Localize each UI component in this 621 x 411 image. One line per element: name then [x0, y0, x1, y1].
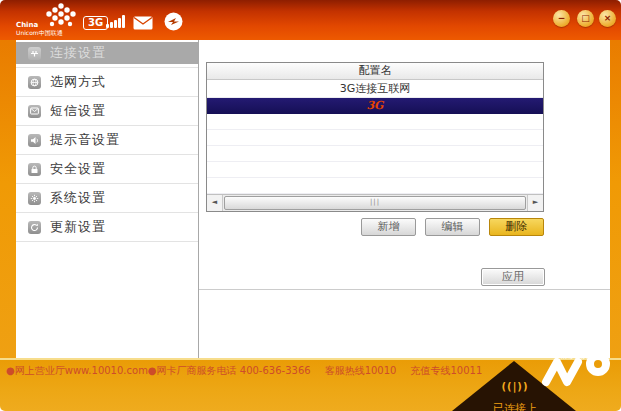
- scroll-left-arrow[interactable]: ◄: [207, 195, 223, 211]
- scroll-right-arrow[interactable]: ►: [527, 195, 543, 211]
- sidebar-item-label: 连接设置: [50, 44, 106, 62]
- close-button[interactable]: ×: [599, 10, 616, 27]
- connection-icon: [28, 47, 41, 60]
- connection-signal-icon: ((|)): [489, 381, 541, 392]
- footer-segment: 客服热线10010: [325, 365, 397, 376]
- settings-sidebar: 连接设置 选网方式 短信设置 提示音设置 安全设置: [16, 40, 199, 358]
- horizontal-scrollbar: ◄ ||| ►: [207, 194, 543, 211]
- sidebar-item-update-settings[interactable]: 更新设置: [16, 216, 198, 238]
- lock-icon: [28, 163, 41, 176]
- profile-table-empty-area: [207, 114, 543, 194]
- scrollbar-thumb[interactable]: |||: [224, 196, 526, 210]
- system-icon: [28, 192, 41, 205]
- sidebar-item-label: 选网方式: [50, 73, 106, 91]
- connection-status-text: 已连接上: [487, 401, 543, 411]
- edit-button[interactable]: 编辑: [425, 218, 480, 236]
- brand-line1: China: [16, 22, 63, 29]
- sidebar-item-label: 系统设置: [50, 189, 106, 207]
- sidebar-item-connection-settings[interactable]: 连接设置: [16, 42, 198, 64]
- network-3g-badge: 3G: [83, 16, 108, 30]
- profile-row-3g-selected[interactable]: 3G: [207, 98, 543, 114]
- wo-logo-caption: 精彩在沃: [560, 352, 588, 360]
- title-bar: China Unicom中国联通 3G − □ ×: [0, 0, 621, 40]
- update-icon: [28, 221, 41, 234]
- profile-row-3g-internet[interactable]: 3G连接互联网: [207, 80, 543, 98]
- profile-table-header: 配置名: [207, 63, 543, 80]
- signal-strength-icon: [106, 14, 128, 28]
- profile-table: 配置名 3G连接互联网 3G ◄ ||| ►: [206, 62, 544, 212]
- panel-divider-line: [199, 289, 610, 290]
- sidebar-item-alert-tone-settings[interactable]: 提示音设置: [16, 129, 198, 151]
- sidebar-item-sms-settings[interactable]: 短信设置: [16, 100, 198, 122]
- left-frame-strip: [0, 40, 16, 358]
- sidebar-item-label: 短信设置: [50, 102, 106, 120]
- alert-tone-icon: [28, 134, 41, 147]
- send-message-icon[interactable]: [164, 12, 183, 31]
- sidebar-item-system-settings[interactable]: 系统设置: [16, 187, 198, 209]
- network-mode-icon: [28, 76, 41, 89]
- sidebar-item-security-settings[interactable]: 安全设置: [16, 158, 198, 180]
- mail-icon[interactable]: [133, 16, 153, 30]
- brand-line2: Unicom中国联通: [16, 29, 63, 36]
- sms-icon: [28, 105, 41, 118]
- footer-segment: ●网上营业厅www.10010.com●网卡厂商服务电话 400-636-336…: [6, 365, 311, 376]
- add-button[interactable]: 新增: [361, 218, 416, 236]
- brand-text: China Unicom中国联通: [16, 22, 63, 36]
- minimize-button[interactable]: −: [553, 10, 570, 27]
- right-frame-strip: [610, 40, 621, 358]
- delete-button[interactable]: 删除: [489, 218, 544, 236]
- sidebar-item-label: 安全设置: [50, 160, 106, 178]
- sidebar-item-network-mode[interactable]: 选网方式: [16, 71, 198, 93]
- app-window: China Unicom中国联通 3G − □ × 连接设置: [0, 0, 621, 411]
- sidebar-item-label: 更新设置: [50, 218, 106, 236]
- wo-brand-logo: 精彩在沃: [538, 346, 618, 392]
- service-hotline-text: ●网上营业厅www.10010.com●网卡厂商服务电话 400-636-336…: [6, 364, 496, 378]
- sidebar-item-label: 提示音设置: [50, 131, 120, 149]
- apply-button[interactable]: 应用: [481, 268, 545, 286]
- maximize-button[interactable]: □: [577, 10, 594, 27]
